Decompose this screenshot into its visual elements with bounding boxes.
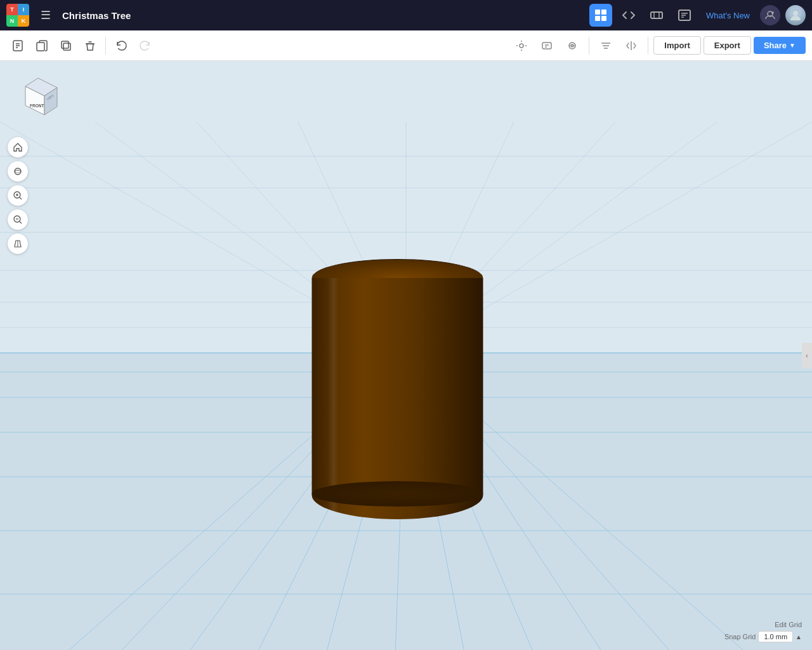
tinkercad-logo[interactable]: T I N K xyxy=(6,4,29,27)
helper-icon-button[interactable] xyxy=(535,34,558,57)
code-editor-button[interactable] xyxy=(673,4,696,27)
bottom-right-controls: Edit Grid Snap Grid 1.0 mm ▲ xyxy=(724,621,802,642)
3d-viewport[interactable]: FRONT LEFT xyxy=(0,61,812,650)
zoom-out-button[interactable] xyxy=(8,209,28,230)
snap-grid-control: Snap Grid 1.0 mm ▲ xyxy=(724,631,802,642)
snap-grid-value[interactable]: 1.0 mm xyxy=(758,631,793,642)
logo-i: I xyxy=(18,4,29,15)
duplicate-button[interactable] xyxy=(55,34,77,57)
main-viewport: FRONT LEFT xyxy=(0,61,812,650)
right-panel-toggle[interactable]: ‹ xyxy=(802,343,812,368)
logo-k: K xyxy=(18,15,29,27)
svg-rect-20 xyxy=(62,41,69,48)
project-title: Christmas Tree xyxy=(62,10,321,21)
import-button[interactable]: Import xyxy=(653,36,700,55)
share-button[interactable]: Share ▼ xyxy=(754,37,806,54)
logo-t: T xyxy=(6,4,18,15)
align-icon-button[interactable] xyxy=(594,34,617,57)
redo-button[interactable] xyxy=(134,34,157,57)
svg-point-14 xyxy=(793,11,798,16)
svg-point-23 xyxy=(520,44,523,48)
view-cube[interactable]: FRONT LEFT xyxy=(13,74,63,124)
logo-n: N xyxy=(6,15,18,27)
snap-grid-arrow[interactable]: ▲ xyxy=(796,633,802,640)
grid-icon-button[interactable] xyxy=(561,34,584,57)
edit-grid-label[interactable]: Edit Grid xyxy=(775,621,802,628)
svg-rect-21 xyxy=(63,43,70,50)
cylinder-bottom xyxy=(312,481,483,507)
svg-text:FRONT: FRONT xyxy=(30,103,44,108)
whats-new-button[interactable]: What's New xyxy=(701,8,755,23)
3d-view-button[interactable] xyxy=(589,4,612,27)
svg-rect-0 xyxy=(595,10,600,15)
export-button[interactable]: Export xyxy=(704,36,751,55)
new-button[interactable] xyxy=(6,34,29,57)
delete-button[interactable] xyxy=(79,34,102,57)
home-button[interactable] xyxy=(8,137,28,157)
left-controls xyxy=(8,137,28,254)
undo-button[interactable] xyxy=(110,34,133,57)
svg-rect-1 xyxy=(601,10,606,15)
svg-line-86 xyxy=(20,222,22,223)
svg-point-79 xyxy=(15,168,21,175)
copy-button[interactable] xyxy=(30,34,53,57)
add-user-button[interactable] xyxy=(760,5,780,25)
svg-rect-4 xyxy=(651,12,662,18)
top-navigation: T I N K ☰ Christmas Tree xyxy=(0,0,812,30)
svg-rect-2 xyxy=(595,16,600,21)
perspective-button[interactable] xyxy=(8,234,28,254)
svg-rect-3 xyxy=(601,16,606,21)
svg-rect-28 xyxy=(542,43,551,49)
svg-line-83 xyxy=(20,197,22,199)
user-avatar[interactable] xyxy=(785,5,806,25)
menu-icon[interactable]: ☰ xyxy=(34,4,57,27)
mirror-icon-button[interactable] xyxy=(620,34,643,57)
orbit-button[interactable] xyxy=(8,161,28,182)
light-icon-button[interactable] xyxy=(510,34,533,57)
svg-rect-19 xyxy=(37,43,44,51)
codeblocks-button[interactable] xyxy=(617,4,640,27)
zoom-in-button[interactable] xyxy=(8,185,28,206)
cylinder-object[interactable] xyxy=(312,259,483,500)
simulation-button[interactable] xyxy=(645,4,668,27)
toolbar: Import Export Share ▼ xyxy=(0,30,812,61)
snap-grid-label: Snap Grid xyxy=(724,633,756,640)
